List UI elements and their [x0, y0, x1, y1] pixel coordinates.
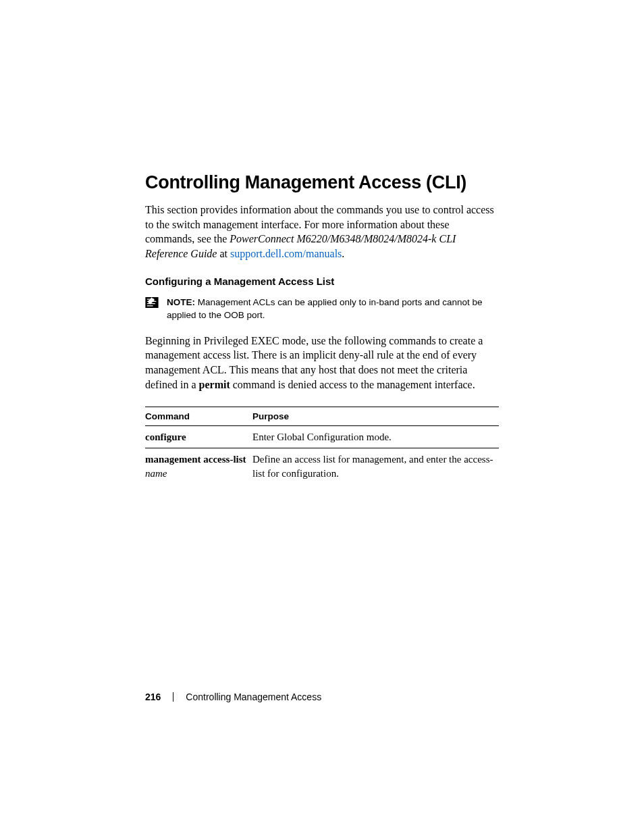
intro-period: .: [342, 248, 344, 259]
cmd-cell: management access-list name: [145, 448, 252, 484]
th-purpose: Purpose: [252, 407, 499, 426]
cmd-bold: configure: [145, 432, 186, 442]
note-body: Management ACLs can be applied only to i…: [167, 297, 483, 319]
purpose-cell: Define an access list for management, an…: [252, 448, 499, 484]
footer-divider: [173, 692, 173, 702]
support-link[interactable]: support.dell.com/manuals: [230, 248, 342, 259]
note-text: NOTE: Management ACLs can be applied onl…: [165, 296, 499, 321]
intro-at: at: [217, 248, 230, 259]
purpose-cell: Enter Global Configuration mode.: [252, 426, 499, 448]
para-post: command is denied access to the manageme…: [230, 379, 475, 390]
cmd-bold: management access-list: [145, 454, 246, 465]
cmd-ital: name: [145, 468, 167, 479]
th-command: Command: [145, 407, 252, 426]
footer-section: Controlling Management Access: [186, 692, 321, 702]
page-number: 216: [145, 692, 161, 702]
note-icon: [145, 297, 159, 308]
intro-paragraph: This section provides information about …: [145, 203, 499, 261]
page-footer: 216 Controlling Management Access: [145, 692, 321, 702]
note-label: NOTE:: [167, 297, 195, 307]
command-table: Command Purpose configure Enter Global C…: [145, 407, 499, 484]
table-row: configure Enter Global Configuration mod…: [145, 426, 499, 448]
table-row: management access-list name Define an ac…: [145, 448, 499, 484]
cmd-cell: configure: [145, 426, 252, 448]
subheading: Configuring a Management Access List: [145, 276, 499, 287]
para-bold: permit: [199, 379, 230, 390]
note-block: NOTE: Management ACLs can be applied onl…: [145, 296, 499, 321]
page-title: Controlling Management Access (CLI): [145, 172, 499, 193]
body-paragraph: Beginning in Privileged EXEC mode, use t…: [145, 334, 499, 392]
